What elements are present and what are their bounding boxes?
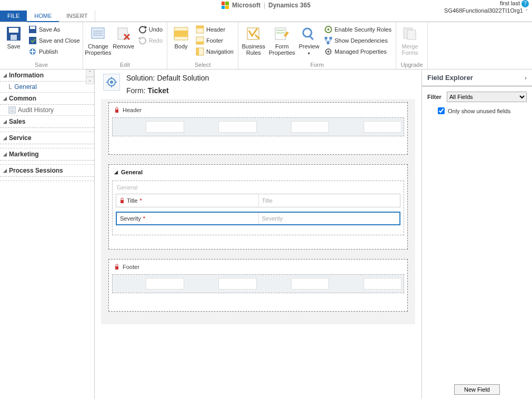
security-icon [324,25,333,34]
left-nav: ⌃⌄ ◢Information LGeneral ◢Common Audit H… [0,69,95,399]
scroll-down-icon[interactable]: ⌄ [86,77,94,84]
nav-section-marketing[interactable]: ◢Marketing [0,148,94,161]
filter-select[interactable]: All Fields [447,92,527,102]
publish-icon [28,47,37,56]
svg-rect-5 [29,37,36,44]
svg-rect-15 [174,31,188,37]
svg-rect-36 [407,30,416,39]
undo-button[interactable]: Undo [137,24,164,35]
show-dependencies-button[interactable]: Show Dependencies [323,35,393,46]
microsoft-logo-icon [222,2,229,9]
header-button[interactable]: Header [195,24,235,35]
dropdown-icon: ▾ [308,51,310,57]
form-properties-button[interactable]: Form Properties [269,24,295,57]
collapse-icon: ◢ [3,152,7,157]
form-properties-icon [274,25,290,42]
nav-section-sales[interactable]: ◢Sales [0,116,94,128]
svg-rect-4 [30,26,35,29]
new-field-button[interactable]: New Field [454,384,500,395]
subsection-label: General [116,183,400,194]
form-header-section[interactable]: Header [108,102,408,155]
nav-section-process-sessions[interactable]: ◢Process Sessions [0,165,94,177]
required-icon: * [139,197,142,204]
solution-name: Default Solution [157,74,209,82]
collapse-icon: ◢ [3,168,7,173]
publish-button[interactable]: Publish [27,46,81,57]
nav-section-common[interactable]: ◢Common [0,93,94,105]
svg-rect-27 [309,35,314,40]
field-explorer-title: Field Explorer [427,74,473,82]
org-chevron-icon[interactable]: ⌃ [525,8,529,14]
form-gear-icon [103,74,120,91]
form-canvas: Solution: Default Solution Form: Ticket … [95,69,421,399]
save-icon [5,25,22,42]
business-rules-button[interactable]: Business Rules [242,24,266,57]
svg-point-34 [327,51,329,53]
title-input[interactable]: Title [258,194,400,207]
business-rules-icon [245,25,262,42]
header-icon [196,25,204,34]
managed-properties-button[interactable]: Managed Properties [323,46,393,57]
form-label: Form: [126,86,146,95]
required-icon: * [143,215,145,222]
audit-icon [8,106,16,114]
tab-file[interactable]: FILE [0,11,27,22]
redo-icon [138,36,147,45]
severity-input[interactable]: Severity [258,213,400,224]
merge-forms-button[interactable]: Merge Forms [399,24,420,57]
filter-label: Filter [427,94,441,100]
merge-icon [401,25,418,42]
properties-icon [89,25,106,42]
lock-icon [119,197,125,204]
body-icon [173,25,189,42]
svg-rect-17 [196,26,204,28]
nav-item-general[interactable]: LGeneral [0,82,94,93]
footer-button[interactable]: Footer [195,35,235,46]
nav-section-service[interactable]: ◢Service [0,132,94,144]
svg-rect-30 [325,37,327,39]
svg-rect-47 [115,109,118,113]
group-label-form: Form [242,62,393,69]
title-bar: Microsoft | Dynamics 365 first last? SG4… [0,0,532,11]
save-as-button[interactable]: Save As [27,24,81,35]
form-general-section[interactable]: ◢General General Title* Title Severity* … [108,164,408,250]
field-severity[interactable]: Severity* Severity [116,212,400,225]
svg-rect-19 [196,42,204,44]
help-icon[interactable]: ? [521,0,529,7]
form-footer-section[interactable]: Footer [108,259,408,312]
nav-section-information[interactable]: ◢Information [0,69,94,82]
preview-icon [300,25,317,42]
header-field-grid[interactable] [112,117,404,136]
solution-label: Solution: [126,74,155,82]
unused-fields-checkbox[interactable] [438,107,445,114]
footer-field-grid[interactable] [112,274,404,293]
enable-security-roles-button[interactable]: Enable Security Roles [323,24,393,35]
form-name: Ticket [147,86,168,95]
svg-rect-2 [11,35,17,40]
nav-item-audit-history[interactable]: Audit History [0,105,94,116]
tab-home[interactable]: HOME [27,11,59,22]
collapse-icon: ◢ [114,169,118,175]
save-button[interactable]: Save [3,24,24,51]
svg-rect-21 [196,48,199,55]
group-label-edit: Edit [86,62,164,69]
ribbon: Save Save As Save and Close Publish Save… [0,22,532,69]
footer-icon [196,36,204,45]
navigation-button[interactable]: Navigation [195,46,235,57]
undo-icon [138,25,147,34]
body-button[interactable]: Body [170,24,192,51]
svg-rect-1 [9,28,18,33]
scroll-up-icon[interactable]: ⌃ [86,69,94,77]
tab-insert[interactable]: INSERT [59,11,95,22]
preview-button[interactable]: Preview▾ [298,24,320,58]
lock-icon [114,264,119,270]
chevron-right-icon[interactable]: › [525,74,527,82]
svg-rect-24 [276,29,285,31]
field-list [422,119,532,380]
redo-button[interactable]: Redo [137,35,164,46]
remove-button[interactable]: Remove [113,24,134,51]
svg-point-42 [110,81,113,84]
change-properties-button[interactable]: Change Properties [86,24,110,57]
field-title[interactable]: Title* Title [116,194,400,207]
save-and-close-button[interactable]: Save and Close [27,35,81,46]
